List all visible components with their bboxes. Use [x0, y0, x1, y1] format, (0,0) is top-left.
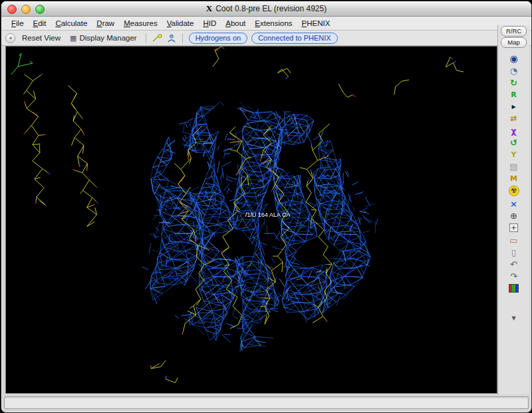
display-manager-icon: ▦ — [70, 34, 76, 43]
refine-residues-icon[interactable] — [167, 34, 176, 43]
residue-label: /1/U 164 ALA CA — [245, 211, 291, 218]
rotate-translate-icon[interactable]: ⇄ — [502, 112, 526, 124]
display-manager-button[interactable]: ▦ Display Manager — [67, 33, 140, 43]
menu-draw[interactable]: Draw — [92, 18, 119, 29]
title-bar[interactable]: X Coot 0.8-pre EL (revision 4925) — [1, 1, 531, 17]
display-manager-label: Display Manager — [79, 34, 136, 42]
menu-file[interactable]: File — [7, 18, 29, 29]
eraser-icon[interactable]: ▭ — [502, 234, 526, 246]
menu-hid[interactable]: HID — [198, 18, 221, 29]
auto-fit-rotamer-icon[interactable]: Y — [502, 148, 526, 160]
add-terminal-residue-icon[interactable]: + — [509, 223, 518, 232]
real-space-refine-icon[interactable]: ↻ — [502, 76, 526, 88]
add-hydrogens-icon[interactable] — [152, 34, 163, 43]
regularize-zone-icon[interactable]: R — [502, 88, 526, 100]
status-bar: (mol. no: 0) C /1/U/164 ALA occ: 1.00 bf… — [4, 396, 529, 409]
clock-timer-icon[interactable]: ◔ — [502, 65, 526, 76]
menu-about[interactable]: About — [221, 18, 250, 29]
toolbar-collapse-button[interactable]: ◂ — [5, 33, 15, 43]
menu-measures[interactable]: Measures — [119, 18, 162, 29]
reset-view-label: Reset View — [22, 34, 61, 42]
map-button[interactable]: Map — [501, 37, 527, 48]
zoom-button[interactable] — [35, 5, 45, 14]
pointer-icon[interactable]: ▶ — [502, 100, 526, 112]
main-toolbar: ◂ Reset View ▦ Display Manager Hydrogens… — [1, 31, 531, 46]
undo-icon[interactable]: ↶ — [502, 258, 526, 270]
trash-icon[interactable]: ▯ — [502, 246, 526, 258]
toolbar-overflow-icon[interactable]: ▼ — [502, 312, 526, 324]
menu-validate[interactable]: Validate — [162, 18, 199, 29]
right-sidebar: R/RC Map ◉ ◔ ↻ R ▶ ⇄ χ ↺ Y ▤ M ☢ × ⊕ + ▭… — [497, 25, 529, 394]
rotamers-icon[interactable]: ▤ — [502, 160, 526, 172]
delete-item-icon[interactable]: × — [502, 198, 526, 209]
coot-window: X Coot 0.8-pre EL (revision 4925) File E… — [1, 1, 532, 413]
window-title: X Coot 0.8-pre EL (revision 4925) — [1, 1, 531, 16]
run-refmac-icon[interactable]: ☢ — [509, 186, 519, 196]
edit-chi-angles-icon[interactable]: χ — [502, 124, 526, 136]
place-atom-icon[interactable]: ⊕ — [502, 209, 526, 221]
toolbar-separator — [182, 33, 183, 43]
redo-icon[interactable]: ↷ — [502, 270, 526, 282]
menu-phenix[interactable]: PHENIX — [297, 18, 335, 29]
hydrogens-toggle-button[interactable]: Hydrogens on — [189, 33, 248, 44]
gl-canvas[interactable] — [6, 47, 497, 393]
reset-view-button[interactable]: Reset View — [19, 33, 63, 43]
minimize-button[interactable] — [21, 5, 31, 14]
mutate-residue-icon[interactable]: M — [502, 172, 526, 184]
menu-calculate[interactable]: Calculate — [51, 18, 92, 29]
close-button[interactable] — [7, 5, 17, 14]
gl-viewport: /1/U 164 ALA CA — [5, 46, 497, 394]
menu-bar: File Edit Calculate Draw Measures Valida… — [1, 17, 531, 31]
window-controls — [7, 5, 45, 14]
flip-peptide-icon[interactable]: ↺ — [502, 136, 526, 148]
map-colour-icon[interactable] — [509, 284, 519, 293]
phenix-connection-button[interactable]: Connected to PHENIX — [251, 33, 337, 44]
sphere-refinement-icon[interactable]: ◉ — [502, 53, 526, 65]
menu-extensions[interactable]: Extensions — [250, 18, 297, 29]
toolbar-separator — [146, 33, 146, 43]
window-title-text: Coot 0.8-pre EL (revision 4925) — [215, 4, 327, 13]
r-rc-button[interactable]: R/RC — [501, 26, 527, 37]
x11-icon: X — [206, 3, 212, 14]
modelling-toolbar: ◉ ◔ ↻ R ▶ ⇄ χ ↺ Y ▤ M ☢ × ⊕ + ▭ ▯ ↶ ↷ ▼ — [502, 53, 526, 324]
menu-edit[interactable]: Edit — [29, 18, 51, 29]
